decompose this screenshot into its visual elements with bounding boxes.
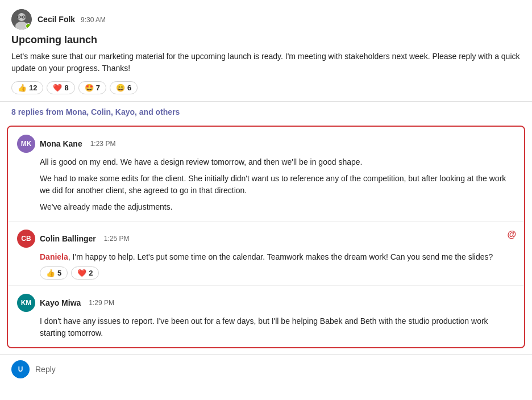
reaction-thumbsup[interactable]: 👍 12 [11, 81, 43, 94]
thumbsup-count: 5 [57, 269, 61, 277]
laugh-count: 6 [127, 84, 131, 92]
avatar-kayo: KM [17, 294, 35, 312]
heart-count: 2 [89, 269, 93, 277]
starstruck-count: 7 [96, 84, 100, 92]
main-post: Cecil Folk 9:30 AM Upcoming launch Let's… [0, 0, 532, 102]
replies-link-text: 8 replies from Mona, Colin, Kayo, and ot… [11, 107, 180, 116]
reply-timestamp: 1:23 PM [90, 140, 116, 148]
reaction-heart[interactable]: ❤️ 2 [71, 266, 99, 280]
reply-timestamp: 1:25 PM [104, 235, 130, 243]
post-title: Upcoming launch [11, 34, 521, 46]
reply-reactions: 👍 5 ❤️ 2 [40, 266, 515, 280]
reply-author: Kayo Miwa [40, 298, 81, 307]
reaction-thumbsup[interactable]: 👍 5 [40, 266, 68, 280]
replies-link[interactable]: 8 replies from Mona, Colin, Kayo, and ot… [0, 102, 532, 122]
at-mention-icon: @ [507, 230, 516, 240]
reaction-laugh[interactable]: 😄 6 [110, 81, 138, 94]
post-body: Let's make sure that our marketing mater… [11, 51, 521, 74]
reply-author: Mona Kane [40, 139, 82, 148]
replies-thread: MK Mona Kane 1:23 PM All is good on my e… [7, 126, 525, 348]
heart-count: 8 [64, 84, 68, 92]
online-indicator [26, 23, 31, 29]
heart-emoji: ❤️ [77, 269, 86, 277]
reply-item: CB Colin Ballinger 1:25 PM @ Daniela, I'… [8, 221, 524, 285]
starstruck-emoji: 🤩 [85, 84, 94, 92]
reply-header: MK Mona Kane 1:23 PM [17, 135, 515, 153]
reply-footer: U Reply [0, 354, 532, 384]
reply-paragraph: We've already made the adjustments. [40, 201, 515, 213]
author-name: Cecil Folk [38, 15, 75, 24]
reply-body: All is good on my end. We have a design … [40, 156, 515, 213]
reply-item: MK Mona Kane 1:23 PM All is good on my e… [8, 127, 524, 221]
laugh-emoji: 😄 [116, 84, 125, 92]
reaction-heart[interactable]: ❤️ 8 [47, 81, 74, 94]
author-info: Cecil Folk 9:30 AM [38, 15, 106, 24]
reply-paragraph: All is good on my end. We have a design … [40, 156, 515, 168]
avatar-current-user: U [11, 360, 30, 378]
reply-body: I don't have any issues to report. I've … [40, 315, 515, 339]
avatar-colin: CB [17, 230, 35, 248]
reply-input[interactable]: Reply [35, 365, 521, 374]
reaction-starstruck[interactable]: 🤩 7 [78, 81, 106, 94]
post-reactions: 👍 12 ❤️ 8 🤩 7 😄 6 [11, 81, 521, 94]
reply-header: KM Kayo Miwa 1:29 PM [17, 294, 515, 312]
thumbsup-count: 12 [29, 84, 37, 92]
reply-header: CB Colin Ballinger 1:25 PM [17, 230, 515, 248]
thumbsup-emoji: 👍 [46, 269, 55, 277]
reply-paragraph: Daniela, I'm happy to help. Let's put so… [40, 251, 515, 263]
reply-timestamp: 1:29 PM [89, 299, 114, 307]
heart-emoji: ❤️ [53, 84, 62, 92]
avatar-cecil [11, 9, 32, 30]
avatar-mona: MK [17, 135, 35, 153]
mention-daniela: Daniela [40, 252, 68, 261]
reply-body: Daniela, I'm happy to help. Let's put so… [40, 251, 515, 263]
reply-paragraph: We had to make some edits for the client… [40, 173, 515, 197]
reply-paragraph: I don't have any issues to report. I've … [40, 315, 515, 339]
reply-author: Colin Ballinger [40, 234, 96, 243]
reply-item: KM Kayo Miwa 1:29 PM I don't have any is… [8, 285, 524, 347]
post-header: Cecil Folk 9:30 AM [11, 9, 521, 30]
post-timestamp: 9:30 AM [81, 16, 106, 24]
thumbsup-emoji: 👍 [18, 84, 27, 92]
